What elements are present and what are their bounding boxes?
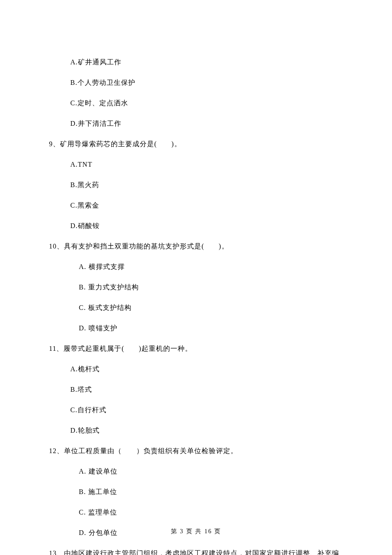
q9-option-a: A.TNT xyxy=(70,159,343,170)
page-content: A.矿井通风工作 B.个人劳动卫生保护 C.定时、定点洒水 D.井下清洁工作 9… xyxy=(0,0,392,555)
q12-option-c: C. 监理单位 xyxy=(79,507,343,517)
q10-option-b: B. 重力式支护结构 xyxy=(79,282,343,292)
option-d: D.井下清洁工作 xyxy=(70,119,343,129)
page-footer: 第 3 页 共 16 页 xyxy=(0,528,392,535)
question-12: 12、单位工程质量由（ ）负责组织有关单位检验评定。 xyxy=(49,446,343,456)
q11-option-b: B.塔式 xyxy=(70,384,343,395)
q9-option-d: D.硝酸铵 xyxy=(70,221,343,231)
q12-option-a: A. 建设单位 xyxy=(79,466,343,477)
q11-option-c: C.自行杆式 xyxy=(70,405,343,415)
option-b: B.个人劳动卫生保护 xyxy=(70,78,343,88)
q11-option-a: A.桅杆式 xyxy=(70,364,343,374)
question-10: 10、具有支护和挡土双重功能的基坑支护形式是( )。 xyxy=(49,241,343,251)
q10-option-c: C. 板式支护结构 xyxy=(79,303,343,313)
q9-option-c: C.黑索金 xyxy=(70,200,343,211)
q10-option-a: A. 横撑式支撑 xyxy=(79,262,343,272)
question-9: 9、矿用导爆索药芯的主要成分是( )。 xyxy=(49,139,343,149)
option-a: A.矿井通风工作 xyxy=(70,57,343,67)
q12-option-b: B. 施工单位 xyxy=(79,487,343,497)
q9-option-b: B.黑火药 xyxy=(70,180,343,190)
option-c: C.定时、定点洒水 xyxy=(70,98,343,108)
question-11: 11、履带式起重机属于( )起重机的一种。 xyxy=(49,344,343,354)
question-13: 13、由地区建设行政主管部门组织，考虑地区工程建设特点，对国家定额进行调整、补充… xyxy=(49,548,343,555)
q10-option-d: D. 喷锚支护 xyxy=(79,323,343,333)
q11-option-d: D.轮胎式 xyxy=(70,425,343,436)
